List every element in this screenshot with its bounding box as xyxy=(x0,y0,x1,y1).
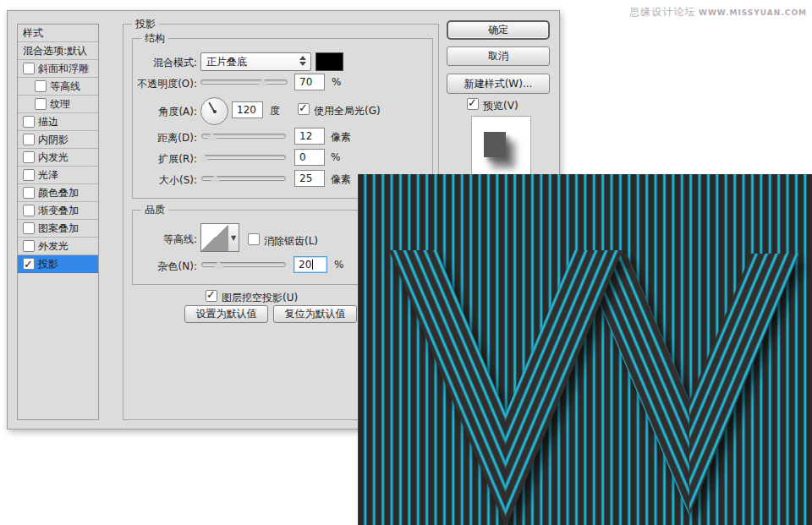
opacity-input[interactable]: 70 xyxy=(294,74,325,90)
sidebar-item-label: 斜面和浮雕 xyxy=(38,60,89,77)
angle-dial[interactable] xyxy=(200,97,228,125)
spread-input[interactable]: 0 xyxy=(294,149,325,166)
angle-dial-center xyxy=(213,110,217,113)
angle-input[interactable]: 120 xyxy=(232,101,263,118)
sidebar-item-label: 等高线 xyxy=(50,78,80,95)
size-label: 大小(S): xyxy=(127,173,197,188)
drop-shadow-group-label: 投影 xyxy=(132,18,159,30)
watermark: 思缘设计论坛 WWW.MISSYUAN.COM xyxy=(629,5,807,19)
sidebar-item-label: 样式 xyxy=(23,25,43,41)
slider-groove[interactable] xyxy=(201,262,286,267)
angle-label: 角度(A): xyxy=(127,105,197,119)
sidebar-style-item[interactable]: 描边 xyxy=(18,113,98,131)
style-checkbox[interactable] xyxy=(23,169,35,181)
slider-groove[interactable] xyxy=(201,155,286,160)
sidebar-style-item[interactable]: 颜色叠加 xyxy=(18,184,98,202)
preview-label: 预览(V) xyxy=(483,99,518,113)
noise-label: 杂色(N): xyxy=(127,260,197,274)
distance-unit: 像素 xyxy=(331,130,351,145)
noise-unit: % xyxy=(334,259,343,271)
ok-button[interactable]: 确定 xyxy=(447,20,550,40)
style-checkbox[interactable] xyxy=(23,258,35,270)
style-checkbox[interactable] xyxy=(23,222,35,234)
style-checkbox[interactable] xyxy=(35,98,47,110)
styles-sidebar: 样式 混合选项:默认 斜面和浮雕 等高线 纹理 描边 内阴影 内发光 光泽 xyxy=(17,24,99,420)
spread-slider[interactable] xyxy=(201,152,286,162)
style-checkbox[interactable] xyxy=(23,151,35,163)
global-light-checkbox[interactable] xyxy=(298,103,310,115)
blend-mode-select[interactable]: 正片叠底 xyxy=(200,52,311,71)
structure-group-label: 结构 xyxy=(141,32,168,44)
contour-dropdown-arrow[interactable]: ▼ xyxy=(228,223,239,252)
preview-checkbox[interactable] xyxy=(467,98,479,110)
distance-input[interactable]: 12 xyxy=(294,128,325,145)
text-caret xyxy=(312,260,313,270)
sidebar-item-label: 描边 xyxy=(38,113,58,130)
distance-slider[interactable] xyxy=(201,131,286,141)
style-checkbox[interactable] xyxy=(23,205,35,216)
sidebar-item-label: 渐变叠加 xyxy=(38,202,79,219)
size-unit: 像素 xyxy=(331,172,351,187)
sidebar-style-item[interactable]: 投影 xyxy=(18,255,98,273)
distance-label: 距离(D): xyxy=(127,131,197,145)
make-default-button[interactable]: 设置为默认值 xyxy=(184,305,268,323)
knockout-label: 图层挖空投影(U) xyxy=(222,291,298,305)
opacity-label: 不透明度(O): xyxy=(127,77,197,91)
spread-unit: % xyxy=(331,151,340,163)
sidebar-item-label: 光泽 xyxy=(38,167,58,183)
styles-list: 斜面和浮雕 等高线 纹理 描边 内阴影 内发光 光泽 颜色叠加 渐变叠加 图 xyxy=(18,60,98,273)
sidebar-style-item[interactable]: 光泽 xyxy=(18,167,98,184)
spinner-arrows-icon xyxy=(299,56,306,66)
preview-shadow-square xyxy=(484,132,506,157)
blend-mode-value: 正片叠底 xyxy=(206,56,247,68)
opacity-slider[interactable] xyxy=(200,77,288,87)
sidebar-item-label: 内阴影 xyxy=(38,131,69,148)
sidebar-item-label: 图案叠加 xyxy=(38,220,79,237)
quality-group-label: 品质 xyxy=(141,204,168,216)
shadow-color-swatch[interactable] xyxy=(315,52,343,71)
antialias-label: 消除锯齿(L) xyxy=(264,234,318,249)
sidebar-style-item[interactable]: 图案叠加 xyxy=(18,220,98,238)
global-light-label: 使用全局光(G) xyxy=(314,104,381,118)
contour-label: 等高线: xyxy=(127,232,197,247)
noise-slider[interactable] xyxy=(201,260,286,270)
sidebar-style-item[interactable]: 纹理 xyxy=(18,96,98,113)
reset-default-button[interactable]: 复位为默认值 xyxy=(273,305,357,323)
letter-w-graphic xyxy=(358,174,812,525)
size-slider[interactable] xyxy=(201,173,286,183)
sidebar-item-label: 混合选项:默认 xyxy=(23,42,87,59)
letter-artwork-canvas xyxy=(358,174,812,525)
blend-mode-label: 混合模式: xyxy=(127,56,197,70)
sidebar-style-item[interactable]: 内阴影 xyxy=(18,131,98,149)
knockout-checkbox[interactable] xyxy=(206,290,217,302)
sidebar-style-item[interactable]: 等高线 xyxy=(18,78,98,96)
sidebar-item-label: 投影 xyxy=(38,255,58,272)
style-checkbox[interactable] xyxy=(23,63,35,74)
screenshot-root: 思缘设计论坛 WWW.MISSYUAN.COM 样式 混合选项:默认 斜面和浮雕… xyxy=(0,0,812,525)
sidebar-style-item[interactable]: 外发光 xyxy=(18,238,98,255)
style-checkbox[interactable] xyxy=(23,240,35,252)
size-input[interactable]: 25 xyxy=(294,170,325,187)
style-checkbox[interactable] xyxy=(23,134,35,145)
angle-unit: 度 xyxy=(270,104,280,118)
opacity-unit: % xyxy=(332,76,341,88)
new-style-button[interactable]: 新建样式(W)... xyxy=(447,74,550,94)
sidebar-style-item[interactable]: 内发光 xyxy=(18,149,98,167)
style-checkbox[interactable] xyxy=(35,80,47,92)
style-checkbox[interactable] xyxy=(23,187,35,199)
sidebar-item-label: 外发光 xyxy=(38,238,69,254)
sidebar-item-blending-options[interactable]: 混合选项:默认 xyxy=(18,42,98,60)
sidebar-style-item[interactable]: 渐变叠加 xyxy=(18,202,98,220)
watermark-site-name: 思缘设计论坛 xyxy=(629,6,695,18)
preview-thumbnail xyxy=(471,116,531,175)
antialias-checkbox[interactable] xyxy=(248,233,260,245)
spread-label: 扩展(R): xyxy=(127,152,197,167)
slider-groove[interactable] xyxy=(200,79,288,85)
sidebar-item-styles[interactable]: 样式 xyxy=(18,25,98,42)
sidebar-style-item[interactable]: 斜面和浮雕 xyxy=(18,60,98,78)
contour-thumbnail[interactable] xyxy=(200,223,229,252)
style-checkbox[interactable] xyxy=(23,116,35,128)
cancel-button[interactable]: 取消 xyxy=(447,46,550,66)
noise-input[interactable]: 20 xyxy=(294,256,327,273)
sidebar-item-label: 内发光 xyxy=(38,149,69,166)
